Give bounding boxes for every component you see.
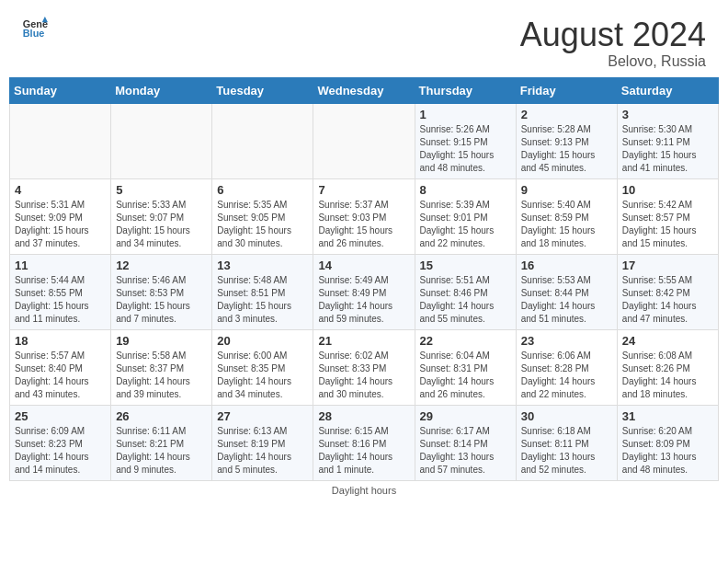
- calendar-cell: 10Sunrise: 5:42 AM Sunset: 8:57 PM Dayli…: [617, 178, 718, 254]
- title-block: August 2024 Belovo, Russia: [520, 17, 706, 70]
- day-number: 24: [622, 334, 713, 348]
- calendar-cell: 18Sunrise: 5:57 AM Sunset: 8:40 PM Dayli…: [10, 329, 111, 405]
- day-info: Sunrise: 6:18 AM Sunset: 8:11 PM Dayligh…: [521, 425, 612, 477]
- day-info: Sunrise: 6:00 AM Sunset: 8:35 PM Dayligh…: [217, 350, 308, 401]
- day-number: 29: [420, 409, 511, 423]
- day-info: Sunrise: 6:20 AM Sunset: 8:09 PM Dayligh…: [622, 425, 713, 477]
- header: General Blue August 2024 Belovo, Russia: [0, 0, 728, 77]
- day-number: 2: [521, 108, 612, 121]
- subtitle: Belovo, Russia: [520, 53, 706, 70]
- calendar: SundayMondayTuesdayWednesdayThursdayFrid…: [0, 77, 728, 507]
- day-info: Sunrise: 5:35 AM Sunset: 9:05 PM Dayligh…: [217, 199, 308, 250]
- day-info: Sunrise: 5:31 AM Sunset: 9:09 PM Dayligh…: [15, 199, 106, 250]
- day-number: 13: [217, 259, 308, 272]
- day-number: 22: [420, 334, 511, 348]
- calendar-cell: 4Sunrise: 5:31 AM Sunset: 9:09 PM Daylig…: [10, 178, 111, 254]
- calendar-cell: [212, 103, 313, 178]
- calendar-cell: 22Sunrise: 6:04 AM Sunset: 8:31 PM Dayli…: [415, 329, 516, 405]
- calendar-cell: [111, 103, 212, 178]
- day-number: 11: [15, 259, 106, 272]
- day-number: 10: [622, 183, 713, 197]
- svg-text:Blue: Blue: [23, 28, 45, 39]
- day-number: 8: [420, 183, 511, 197]
- calendar-cell: 26Sunrise: 6:11 AM Sunset: 8:21 PM Dayli…: [111, 405, 212, 480]
- day-number: 23: [521, 334, 612, 348]
- calendar-cell: 6Sunrise: 5:35 AM Sunset: 9:05 PM Daylig…: [212, 178, 313, 254]
- calendar-cell: 3Sunrise: 5:30 AM Sunset: 9:11 PM Daylig…: [617, 103, 718, 178]
- day-info: Sunrise: 6:11 AM Sunset: 8:21 PM Dayligh…: [116, 425, 207, 477]
- logo: General Blue: [22, 17, 48, 42]
- calendar-cell: 13Sunrise: 5:48 AM Sunset: 8:51 PM Dayli…: [212, 254, 313, 329]
- calendar-cell: 11Sunrise: 5:44 AM Sunset: 8:55 PM Dayli…: [10, 254, 111, 329]
- day-number: 14: [318, 259, 409, 272]
- day-info: Sunrise: 6:09 AM Sunset: 8:23 PM Dayligh…: [15, 425, 106, 477]
- day-of-week-header: Wednesday: [313, 77, 415, 103]
- day-info: Sunrise: 5:57 AM Sunset: 8:40 PM Dayligh…: [15, 350, 106, 401]
- day-number: 25: [15, 409, 106, 423]
- calendar-cell: 29Sunrise: 6:17 AM Sunset: 8:14 PM Dayli…: [415, 405, 516, 480]
- calendar-cell: 9Sunrise: 5:40 AM Sunset: 8:59 PM Daylig…: [516, 178, 617, 254]
- day-info: Sunrise: 5:58 AM Sunset: 8:37 PM Dayligh…: [116, 350, 207, 401]
- day-info: Sunrise: 6:04 AM Sunset: 8:31 PM Dayligh…: [420, 350, 511, 401]
- day-number: 12: [116, 259, 207, 272]
- calendar-cell: 2Sunrise: 5:28 AM Sunset: 9:13 PM Daylig…: [516, 103, 617, 178]
- day-number: 20: [217, 334, 308, 348]
- day-info: Sunrise: 6:06 AM Sunset: 8:28 PM Dayligh…: [521, 350, 612, 401]
- calendar-cell: 21Sunrise: 6:02 AM Sunset: 8:33 PM Dayli…: [313, 329, 415, 405]
- day-info: Sunrise: 5:28 AM Sunset: 9:13 PM Dayligh…: [521, 123, 612, 175]
- day-info: Sunrise: 6:17 AM Sunset: 8:14 PM Dayligh…: [420, 425, 511, 477]
- day-info: Sunrise: 5:40 AM Sunset: 8:59 PM Dayligh…: [521, 199, 612, 250]
- calendar-cell: 27Sunrise: 6:13 AM Sunset: 8:19 PM Dayli…: [212, 405, 313, 480]
- day-of-week-header: Sunday: [10, 77, 111, 103]
- day-number: 26: [116, 409, 207, 423]
- footer-note: Daylight hours: [9, 481, 719, 498]
- day-number: 5: [116, 183, 207, 197]
- day-info: Sunrise: 5:26 AM Sunset: 9:15 PM Dayligh…: [420, 123, 511, 175]
- day-number: 16: [521, 259, 612, 272]
- day-info: Sunrise: 5:46 AM Sunset: 8:53 PM Dayligh…: [116, 274, 207, 326]
- day-of-week-header: Friday: [516, 77, 617, 103]
- calendar-cell: 24Sunrise: 6:08 AM Sunset: 8:26 PM Dayli…: [617, 329, 718, 405]
- day-of-week-header: Saturday: [617, 77, 718, 103]
- day-info: Sunrise: 6:15 AM Sunset: 8:16 PM Dayligh…: [318, 425, 409, 477]
- calendar-cell: 12Sunrise: 5:46 AM Sunset: 8:53 PM Dayli…: [111, 254, 212, 329]
- day-info: Sunrise: 5:51 AM Sunset: 8:46 PM Dayligh…: [420, 274, 511, 326]
- day-info: Sunrise: 6:02 AM Sunset: 8:33 PM Dayligh…: [318, 350, 409, 401]
- day-of-week-header: Thursday: [415, 77, 516, 103]
- day-number: 27: [217, 409, 308, 423]
- calendar-cell: 1Sunrise: 5:26 AM Sunset: 9:15 PM Daylig…: [415, 103, 516, 178]
- calendar-cell: 31Sunrise: 6:20 AM Sunset: 8:09 PM Dayli…: [617, 405, 718, 480]
- calendar-cell: [313, 103, 415, 178]
- day-number: 18: [15, 334, 106, 348]
- day-number: 17: [622, 259, 713, 272]
- main-title: August 2024: [520, 17, 706, 53]
- calendar-cell: 7Sunrise: 5:37 AM Sunset: 9:03 PM Daylig…: [313, 178, 415, 254]
- calendar-cell: 23Sunrise: 6:06 AM Sunset: 8:28 PM Dayli…: [516, 329, 617, 405]
- day-number: 4: [15, 183, 106, 197]
- calendar-cell: 14Sunrise: 5:49 AM Sunset: 8:49 PM Dayli…: [313, 254, 415, 329]
- day-info: Sunrise: 5:39 AM Sunset: 9:01 PM Dayligh…: [420, 199, 511, 250]
- calendar-cell: 16Sunrise: 5:53 AM Sunset: 8:44 PM Dayli…: [516, 254, 617, 329]
- calendar-cell: 25Sunrise: 6:09 AM Sunset: 8:23 PM Dayli…: [10, 405, 111, 480]
- day-info: Sunrise: 5:33 AM Sunset: 9:07 PM Dayligh…: [116, 199, 207, 250]
- calendar-cell: 8Sunrise: 5:39 AM Sunset: 9:01 PM Daylig…: [415, 178, 516, 254]
- day-info: Sunrise: 6:13 AM Sunset: 8:19 PM Dayligh…: [217, 425, 308, 477]
- day-number: 19: [116, 334, 207, 348]
- day-number: 1: [420, 108, 511, 121]
- calendar-cell: 15Sunrise: 5:51 AM Sunset: 8:46 PM Dayli…: [415, 254, 516, 329]
- day-number: 28: [318, 409, 409, 423]
- day-info: Sunrise: 5:42 AM Sunset: 8:57 PM Dayligh…: [622, 199, 713, 250]
- day-number: 6: [217, 183, 308, 197]
- day-info: Sunrise: 5:53 AM Sunset: 8:44 PM Dayligh…: [521, 274, 612, 326]
- day-number: 9: [521, 183, 612, 197]
- day-number: 7: [318, 183, 409, 197]
- day-info: Sunrise: 5:48 AM Sunset: 8:51 PM Dayligh…: [217, 274, 308, 326]
- calendar-cell: 30Sunrise: 6:18 AM Sunset: 8:11 PM Dayli…: [516, 405, 617, 480]
- day-info: Sunrise: 5:30 AM Sunset: 9:11 PM Dayligh…: [622, 123, 713, 175]
- day-number: 3: [622, 108, 713, 121]
- day-info: Sunrise: 5:49 AM Sunset: 8:49 PM Dayligh…: [318, 274, 409, 326]
- calendar-cell: 5Sunrise: 5:33 AM Sunset: 9:07 PM Daylig…: [111, 178, 212, 254]
- day-number: 21: [318, 334, 409, 348]
- day-number: 31: [622, 409, 713, 423]
- day-number: 30: [521, 409, 612, 423]
